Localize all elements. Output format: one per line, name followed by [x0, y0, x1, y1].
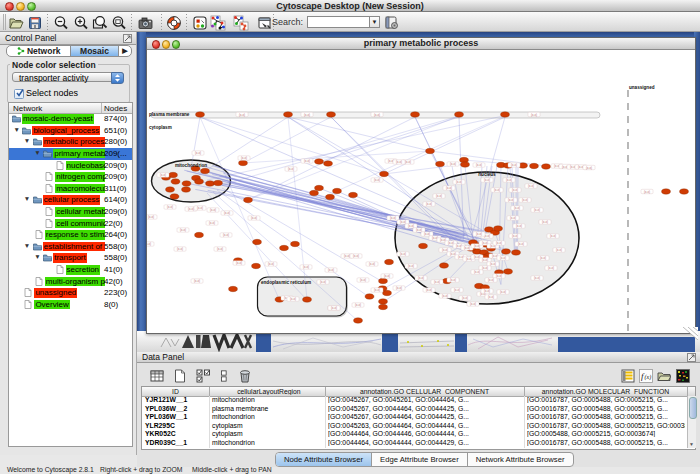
svg-text:(x-x): (x-x) [450, 278, 456, 282]
svg-text:(x-x): (x-x) [288, 167, 294, 171]
svg-text:(x-x): (x-x) [418, 276, 424, 280]
svg-text:(x-x): (x-x) [644, 189, 650, 193]
svg-text:(x-x): (x-x) [510, 216, 516, 220]
svg-text:(x-x): (x-x) [488, 295, 494, 299]
svg-text:(x-x): (x-x) [400, 220, 406, 224]
svg-text:(x-x): (x-x) [251, 216, 257, 220]
svg-text:(x-x): (x-x) [405, 160, 411, 164]
svg-text:(x-x): (x-x) [344, 254, 350, 258]
svg-text:(x-x): (x-x) [197, 206, 203, 210]
svg-text:(x-x): (x-x) [490, 262, 496, 266]
svg-text:(x-x): (x-x) [482, 266, 488, 270]
svg-text:(x-x): (x-x) [396, 286, 402, 290]
svg-text:(x-x): (x-x) [518, 242, 524, 246]
svg-text:(x-x): (x-x) [488, 278, 494, 282]
svg-text:(x-x): (x-x) [500, 290, 506, 294]
svg-text:(x-x): (x-x) [496, 241, 502, 245]
svg-text:(x-x): (x-x) [396, 160, 402, 164]
svg-text:(x-x): (x-x) [194, 279, 200, 283]
svg-text:(x-x): (x-x) [374, 288, 380, 292]
svg-text:(x-x): (x-x) [400, 252, 406, 256]
svg-text:(x-x): (x-x) [442, 248, 448, 252]
svg-text:(x-x): (x-x) [446, 186, 452, 190]
svg-text:(x-x): (x-x) [534, 276, 540, 280]
svg-text:(x-x): (x-x) [500, 256, 506, 260]
svg-text:(x-x): (x-x) [512, 234, 518, 238]
svg-text:(x-x): (x-x) [484, 178, 490, 182]
svg-text:(x-x): (x-x) [223, 233, 229, 237]
svg-text:(x-x): (x-x) [426, 202, 432, 206]
svg-text:(x-x): (x-x) [476, 163, 482, 167]
svg-text:(x-x): (x-x) [210, 208, 216, 212]
svg-text:(x-x): (x-x) [450, 162, 456, 166]
svg-text:(x-x): (x-x) [384, 274, 390, 278]
svg-text:(x-x): (x-x) [209, 221, 215, 225]
svg-text:(x-x): (x-x) [470, 302, 476, 306]
svg-text:(x-x): (x-x) [482, 258, 488, 262]
svg-text:(x-x): (x-x) [514, 206, 520, 210]
svg-text:(x-x): (x-x) [462, 296, 468, 300]
svg-text:(x-x): (x-x) [548, 266, 554, 270]
svg-text:(x-x): (x-x) [374, 112, 380, 116]
svg-text:(x-x): (x-x) [516, 224, 522, 228]
svg-text:(x-x): (x-x) [454, 288, 460, 292]
svg-text:(x-x): (x-x) [180, 228, 186, 232]
svg-text:(x-x): (x-x) [304, 159, 310, 163]
svg-text:(x-x): (x-x) [511, 163, 517, 167]
svg-text:(x-x): (x-x) [512, 188, 518, 192]
svg-text:(x-x): (x-x) [534, 208, 540, 212]
svg-text:cytoplasm: cytoplasm [149, 125, 172, 130]
svg-text:(x-x): (x-x) [424, 232, 430, 236]
svg-text:(x-x): (x-x) [188, 207, 194, 211]
svg-text:(x-x): (x-x) [508, 198, 514, 202]
svg-text:(x-x): (x-x) [476, 232, 482, 236]
svg-text:(x-x): (x-x) [369, 262, 375, 266]
svg-text:(x-x): (x-x) [195, 151, 201, 155]
svg-text:(x-x): (x-x) [550, 234, 556, 238]
svg-text:(x-x): (x-x) [416, 228, 422, 232]
svg-text:(x-x): (x-x) [556, 248, 562, 252]
svg-text:(x-x): (x-x) [374, 178, 380, 182]
svg-text:(x-x): (x-x) [434, 280, 440, 284]
svg-text:(x-x): (x-x) [160, 173, 166, 177]
svg-text:(x-x): (x-x) [167, 205, 173, 209]
svg-text:(x-x): (x-x) [320, 280, 326, 284]
svg-text:nucleus: nucleus [478, 172, 496, 177]
svg-text:(x-x): (x-x) [239, 112, 245, 116]
svg-text:(x): (x) [645, 374, 652, 381]
svg-text:mitochondrion: mitochondrion [175, 162, 207, 167]
svg-text:(x-x): (x-x) [353, 254, 359, 258]
svg-text:(x-x): (x-x) [177, 247, 183, 251]
svg-text:(x-x): (x-x) [355, 303, 361, 307]
svg-text:(x-x): (x-x) [360, 278, 366, 282]
svg-text:(x-x): (x-x) [494, 188, 500, 192]
svg-text:(x-x): (x-x) [522, 198, 528, 202]
svg-text:(x-x): (x-x) [304, 112, 310, 116]
svg-text:(x-x): (x-x) [331, 306, 337, 310]
svg-text:(x-x): (x-x) [303, 265, 309, 269]
svg-text:(x-x): (x-x) [241, 156, 247, 160]
svg-text:(x-x): (x-x) [408, 224, 414, 228]
svg-text:(x-x): (x-x) [496, 274, 502, 278]
svg-text:(x-x): (x-x) [484, 289, 490, 293]
svg-text:endoplasmic reticulum: endoplasmic reticulum [261, 280, 311, 285]
svg-text:(x-x): (x-x) [540, 256, 546, 260]
svg-text:(x-x): (x-x) [148, 215, 154, 219]
svg-text:(x-x): (x-x) [474, 270, 480, 274]
svg-text:(x-x): (x-x) [224, 211, 230, 215]
svg-text:(x-x): (x-x) [426, 288, 432, 292]
svg-text:(x-x): (x-x) [436, 194, 442, 198]
svg-text:(x-x): (x-x) [586, 165, 592, 169]
svg-text:(x-x): (x-x) [147, 242, 151, 246]
svg-text:(x-x): (x-x) [531, 112, 537, 116]
svg-text:(x-x): (x-x) [528, 184, 534, 188]
svg-text:plasma membrane: plasma membrane [149, 112, 190, 117]
svg-text:(x-x): (x-x) [456, 180, 462, 184]
svg-text:(x-x): (x-x) [506, 178, 512, 182]
svg-text:(x-x): (x-x) [236, 261, 242, 265]
svg-text:(x-x): (x-x) [290, 297, 296, 301]
svg-text:(x-x): (x-x) [390, 216, 396, 220]
svg-text:(x-x): (x-x) [408, 264, 414, 268]
svg-text:(x-x): (x-x) [542, 220, 548, 224]
svg-text:(x-x): (x-x) [328, 268, 334, 272]
